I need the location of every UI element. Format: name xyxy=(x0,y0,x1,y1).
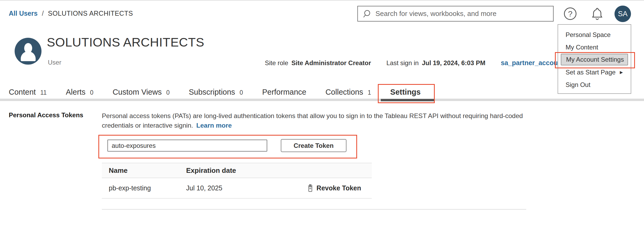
pat-description-line2: credentials or interactive signin. xyxy=(102,122,193,129)
learn-more-link[interactable]: Learn more xyxy=(196,122,232,129)
token-table: Name Expiration date pb-exp-testing Jul … xyxy=(102,163,372,199)
trash-icon xyxy=(307,184,314,192)
last-sign-in-value: Jul 19, 2024, 6:03 PM xyxy=(422,59,486,67)
tab-collections[interactable]: Collections 1 xyxy=(325,88,371,97)
breadcrumb: All Users / SOLUTIONS ARCHITECTS xyxy=(9,10,133,17)
tab-content[interactable]: Content 11 xyxy=(9,88,47,97)
token-expiration-cell: Jul 10, 2025 xyxy=(186,184,307,192)
token-name-cell: pb-exp-testing xyxy=(102,184,186,192)
menu-item-sign-out[interactable]: Sign Out xyxy=(558,78,631,91)
help-button[interactable]: ? xyxy=(564,7,576,20)
section-bottom-divider xyxy=(102,209,526,210)
token-table-header: Name Expiration date xyxy=(102,163,372,178)
search-input[interactable] xyxy=(372,6,553,21)
top-divider xyxy=(0,0,644,1)
breadcrumb-current-page: SOLUTIONS ARCHITECTS xyxy=(48,10,133,17)
avatar-initials: SA xyxy=(618,10,628,18)
menu-item-my-content[interactable]: My Content xyxy=(558,41,631,53)
tabs-bar: Content 11 Alerts 0 Custom Views 0 Subsc… xyxy=(9,88,421,97)
column-header-name: Name xyxy=(102,166,186,175)
menu-item-my-account-settings[interactable]: My Account Settings xyxy=(561,54,628,65)
question-mark-icon: ? xyxy=(568,9,572,18)
pat-description-line1: Personal access tokens (PATs) are long-l… xyxy=(102,111,523,121)
table-row: pb-exp-testing Jul 10, 2025 Revoke Token xyxy=(102,178,372,199)
create-token-button[interactable]: Create Token xyxy=(281,139,346,152)
pat-section-label: Personal Access Tokens xyxy=(9,111,83,119)
submenu-arrow-icon: ▶ xyxy=(620,70,623,75)
tableau-user-settings-page: All Users / SOLUTIONS ARCHITECTS ? SA SO… xyxy=(0,0,644,226)
site-role-label: Site role xyxy=(265,59,288,67)
revoke-token-button[interactable]: Revoke Token xyxy=(307,184,372,192)
tab-alerts[interactable]: Alerts 0 xyxy=(66,88,93,97)
profile-type-label: User xyxy=(48,59,61,66)
bell-icon xyxy=(591,6,604,21)
menu-item-set-as-start-page[interactable]: Set as Start Page ▶ xyxy=(558,66,631,78)
tab-settings[interactable]: Settings xyxy=(390,88,421,97)
pat-description: Personal access tokens (PATs) are long-l… xyxy=(102,111,523,130)
breadcrumb-all-users-link[interactable]: All Users xyxy=(9,10,37,17)
active-tab-indicator xyxy=(381,99,434,101)
user-dropdown-menu: Personal Space My Content My Account Set… xyxy=(558,24,631,94)
person-icon-body xyxy=(21,51,36,61)
menu-item-personal-space[interactable]: Personal Space xyxy=(558,28,631,41)
search-icon xyxy=(363,9,372,18)
last-sign-in-label: Last sign in xyxy=(386,59,419,67)
site-role-value: Site Administrator Creator xyxy=(291,59,371,67)
tab-subscriptions[interactable]: Subscriptions 0 xyxy=(189,88,243,97)
search-box[interactable] xyxy=(357,6,554,22)
account-name-link[interactable]: sa_partner_accou xyxy=(501,59,558,67)
notifications-button[interactable] xyxy=(591,6,604,21)
user-avatar-button[interactable]: SA xyxy=(614,6,631,22)
tab-performance[interactable]: Performance xyxy=(262,88,306,97)
profile-avatar xyxy=(15,38,41,65)
page-title: SOLUTIONS ARCHITECTS xyxy=(47,35,204,49)
profile-meta-row: Site role Site Administrator Creator Las… xyxy=(265,59,558,67)
tab-custom-views[interactable]: Custom Views 0 xyxy=(112,88,170,97)
revoke-token-label: Revoke Token xyxy=(316,184,361,192)
breadcrumb-separator: / xyxy=(42,10,44,17)
token-name-input[interactable] xyxy=(107,140,267,152)
column-header-expiration: Expiration date xyxy=(186,166,372,175)
tabs-underline-track xyxy=(0,99,644,101)
